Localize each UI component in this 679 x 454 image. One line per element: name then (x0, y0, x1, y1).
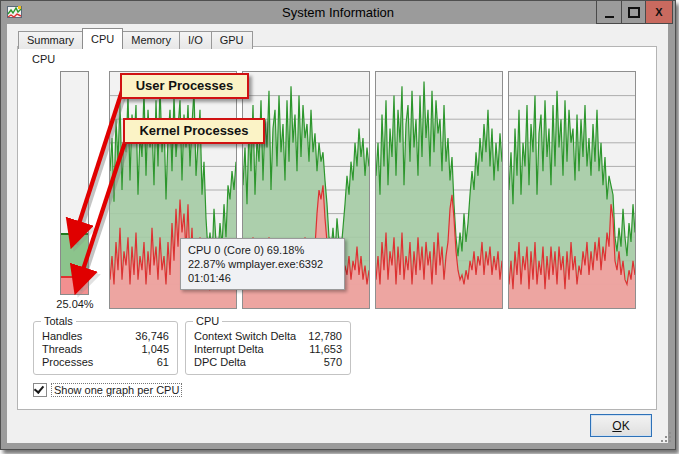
screen: System Information X SummaryCPUMemoryI/O… (0, 0, 679, 454)
stat-value: 1,045 (141, 343, 169, 356)
cpu-groupbox: CPU Context Switch Delta12,780Interrupt … (185, 321, 351, 375)
cpu-percent-label: 25.04% (45, 298, 105, 310)
checkbox-label: Show one graph per CPU (52, 384, 181, 396)
tab-summary[interactable]: Summary (18, 31, 83, 49)
cpu-group-title: CPU (193, 315, 222, 327)
stat-label: DPC Delta (194, 356, 246, 369)
tab-i-o[interactable]: I/O (179, 31, 212, 49)
cpu-graph-3 (508, 71, 636, 309)
stat-row: Threads1,045 (42, 343, 169, 356)
stat-value: 36,746 (135, 330, 169, 343)
totals-groupbox: Totals Handles36,746Threads1,045Processe… (33, 321, 178, 375)
stat-row: DPC Delta570 (194, 356, 342, 369)
stat-label: Processes (42, 356, 93, 369)
tooltip-line-time: 01:01:46 (188, 271, 337, 285)
tab-cpu[interactable]: CPU (82, 28, 123, 49)
maximize-button[interactable] (621, 1, 645, 23)
caption-buttons: X (596, 1, 673, 24)
close-button[interactable]: X (645, 1, 672, 23)
stat-label: Threads (42, 343, 82, 356)
stat-value: 11,653 (309, 343, 342, 356)
minimize-icon (605, 16, 614, 18)
close-icon: X (655, 6, 662, 18)
stat-label: Interrupt Delta (194, 343, 264, 356)
ok-button-accel: O (612, 419, 621, 433)
graph-tooltip: CPU 0 (Core 0) 69.18% 22.87% wmplayer.ex… (180, 238, 345, 290)
stat-row: Handles36,746 (42, 330, 169, 343)
kernel-processes-callout: Kernel Processes (123, 118, 265, 144)
cpu-graph-2 (375, 71, 503, 309)
stat-row: Processes61 (42, 356, 169, 369)
titlebar[interactable]: System Information X (1, 1, 675, 24)
user-processes-callout: User Processes (120, 73, 249, 99)
maximize-icon (628, 7, 640, 18)
stat-row: Interrupt Delta11,653 (194, 343, 342, 356)
tooltip-line-cpu: CPU 0 (Core 0) 69.18% (188, 243, 337, 257)
stat-label: Context Switch Delta (194, 330, 296, 343)
cpu-bar-user-fill (61, 233, 88, 278)
show-one-graph-per-cpu-checkbox[interactable]: Show one graph per CPU (33, 383, 181, 397)
cpu-tab-page: CPU 25.04% (17, 46, 657, 410)
stat-value: 61 (157, 356, 169, 369)
cpu-bar-caption: CPU (32, 53, 55, 65)
window-title: System Information (1, 1, 675, 24)
tab-gpu[interactable]: GPU (211, 31, 253, 49)
stat-value: 12,780 (308, 330, 342, 343)
tab-bar: SummaryCPUMemoryI/OGPU (18, 28, 252, 49)
ok-button[interactable]: OK (590, 414, 652, 437)
tab-memory[interactable]: Memory (122, 31, 180, 49)
totals-group-title: Totals (41, 315, 76, 327)
minimize-button[interactable] (597, 1, 621, 23)
checkbox-box[interactable] (33, 383, 47, 397)
cpu-rows: Context Switch Delta12,780Interrupt Delt… (194, 330, 342, 369)
resize-grip[interactable] (669, 440, 671, 442)
stat-row: Context Switch Delta12,780 (194, 330, 342, 343)
tooltip-line-process: 22.87% wmplayer.exe:6392 (188, 257, 337, 271)
cpu-bar-kernel-fill (61, 276, 88, 294)
ok-button-rest: K (622, 419, 630, 433)
cpu-usage-bar (60, 71, 89, 295)
totals-rows: Handles36,746Threads1,045Processes61 (42, 330, 169, 369)
stat-value: 570 (324, 356, 342, 369)
stat-label: Handles (42, 330, 82, 343)
system-information-window: System Information X SummaryCPUMemoryI/O… (0, 0, 676, 450)
